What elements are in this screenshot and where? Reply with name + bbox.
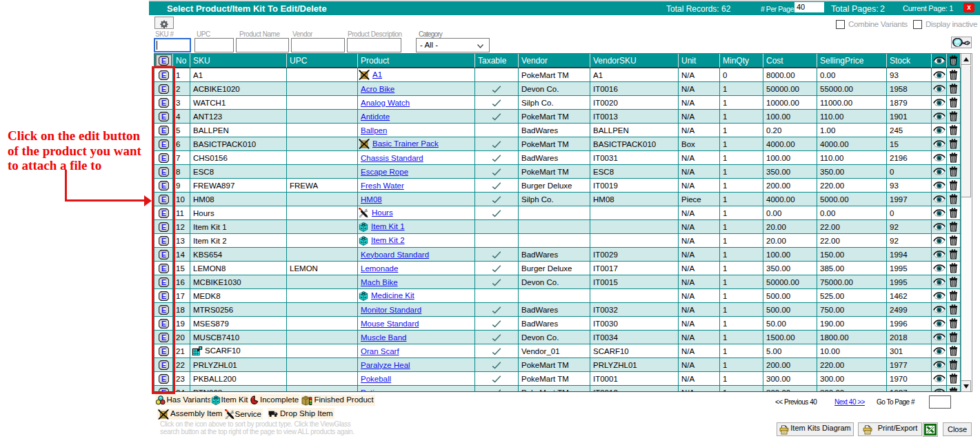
svg-text:E: E — [161, 57, 166, 65]
